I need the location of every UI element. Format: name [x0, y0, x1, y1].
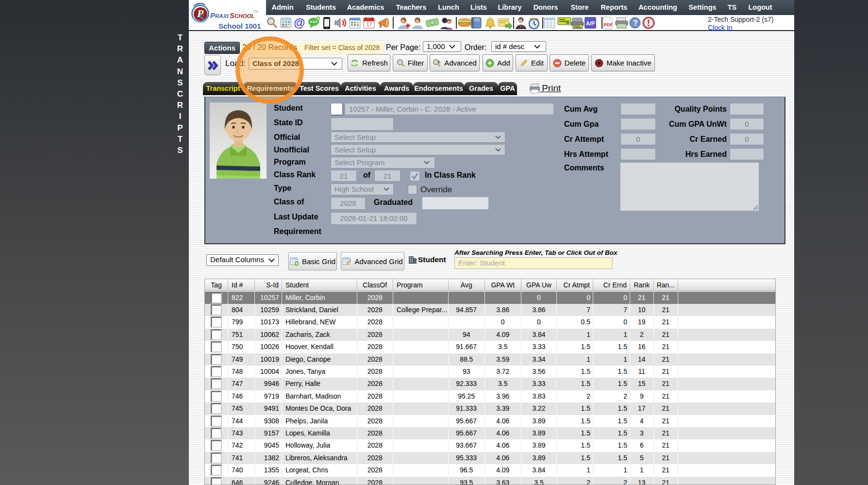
svg-text:SCHOOL: SCHOOL [230, 11, 255, 19]
svg-text:PRAXI: PRAXI [210, 11, 229, 19]
svg-text:A/P: A/P [586, 20, 595, 26]
svg-text:TM: TM [253, 10, 258, 13]
svg-text:PDF: PDF [604, 22, 613, 27]
svg-text:S: S [199, 12, 204, 24]
svg-text:?: ? [633, 19, 638, 27]
svg-text:School 1001: School 1001 [218, 22, 261, 30]
svg-text:17: 17 [367, 22, 372, 27]
svg-text:@: @ [294, 17, 305, 29]
